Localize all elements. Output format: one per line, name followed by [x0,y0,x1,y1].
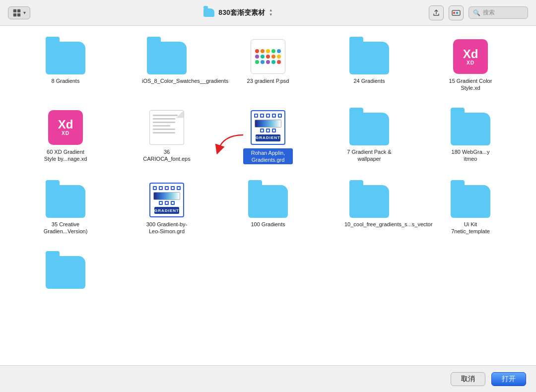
file-label: Rohan Applin, Gradients.grd [243,148,293,165]
file-icon [147,39,187,74]
file-label: 35 Creative Gradien...Version) [41,221,90,235]
file-label: 100 Gradients [251,221,285,228]
search-box[interactable]: 🔍 搜索 [469,6,528,19]
file-label: 8 Gradients [52,77,80,84]
toolbar-right: 🔍 搜索 [429,5,528,20]
file-label: Ui Kit 7netic_template [446,221,495,235]
bottom-bar: 取消 打开 [0,365,536,392]
file-item[interactable]: 24 Gradients [319,36,420,95]
file-icon [451,110,490,145]
current-folder-icon [203,8,214,17]
file-item[interactable]: GRADIENTRohan Applin, Gradients.grd [217,107,319,168]
cancel-button[interactable]: 取消 [451,372,485,386]
file-icon: XdXD [46,110,85,145]
view-chevron-icon: ▾ [23,10,26,15]
file-item[interactable]: 7 Gradient Pack & wallpaper [319,107,420,168]
file-label: 36 CARIOCA_font.eps [142,148,192,163]
main-content: 8 GradientsiOS_8_Color_Swatches__gradien… [0,26,536,365]
file-grid-container: 8 GradientsiOS_8_Color_Swatches__gradien… [15,36,521,295]
file-item[interactable]: XdXD15 Gradient Color Style.xd [420,36,521,95]
svg-rect-6 [456,12,458,14]
file-icon [451,182,490,218]
toolbar: ▾ 830套渐变素材 ▲ ▼ 🔍 搜索 [0,0,536,26]
file-icon [147,110,187,145]
file-icon [46,182,85,218]
file-label: 23 gradient P.psd [247,77,289,84]
file-label: 7 Gradient Pack & wallpaper [344,148,394,163]
file-icon [349,39,389,74]
file-item[interactable]: 10_cool_free_gradients_s...s_vector [319,179,420,238]
toolbar-left: ▾ [8,6,48,19]
file-item[interactable]: Ui Kit 7netic_template [420,179,521,238]
file-icon [248,182,288,218]
folder-title: 830套渐变素材 [218,8,265,17]
file-icon [46,253,85,289]
file-icon: XdXD [451,39,490,74]
folder-nav-arrows[interactable]: ▲ ▼ [269,8,273,17]
svg-rect-5 [453,12,455,14]
file-icon [248,39,288,74]
file-label: 15 Gradient Color Style.xd [446,77,495,92]
svg-rect-0 [13,9,16,12]
tag-button[interactable] [449,5,464,20]
file-label: 10_cool_free_gradients_s...s_vector [344,221,394,228]
search-icon: 🔍 [473,9,480,16]
view-toggle-button[interactable]: ▾ [8,6,30,19]
file-item[interactable]: 8 Gradients [15,36,116,95]
arrow-down-icon: ▼ [269,13,273,17]
file-item[interactable]: 35 Creative Gradien...Version) [15,179,116,238]
grid-view-icon [12,8,21,17]
file-item[interactable]: 36 CARIOCA_font.eps [116,107,217,168]
file-item[interactable]: GRADIENT300 Gradient-by-Leo-Simon.grd [116,179,217,238]
svg-rect-2 [13,13,16,16]
share-icon [432,9,440,17]
file-item[interactable]: XdXD60 XD Gradient Style by...nage.xd [15,107,116,168]
file-label: 300 Gradient-by-Leo-Simon.grd [142,221,192,235]
file-icon [349,110,389,145]
svg-rect-3 [17,13,20,16]
open-button[interactable]: 打开 [491,372,526,386]
file-item[interactable] [15,250,116,295]
arrow-up-icon: ▲ [269,8,273,12]
file-item[interactable]: 180 WebGra...y itmeo [420,107,521,168]
file-label: 60 XD Gradient Style by...nage.xd [41,148,90,163]
file-icon [349,182,389,218]
search-placeholder: 搜索 [483,8,495,17]
file-item[interactable]: 100 Gradients [217,179,319,238]
file-icon: GRADIENT [147,182,187,218]
file-icon: GRADIENT [248,110,288,145]
toolbar-center: 830套渐变素材 ▲ ▼ [54,8,423,17]
share-button[interactable] [429,5,444,20]
file-item[interactable]: 23 gradient P.psd [217,36,319,95]
file-label: 180 WebGra...y itmeo [446,148,495,163]
svg-rect-1 [17,9,20,12]
file-item[interactable]: iOS_8_Color_Swatches__gradients [116,36,217,95]
file-label: 24 Gradients [354,77,385,84]
file-icon [46,39,85,74]
file-label: iOS_8_Color_Swatches__gradients [142,77,192,84]
file-grid: 8 GradientsiOS_8_Color_Swatches__gradien… [15,36,521,295]
tag-icon [452,9,461,16]
